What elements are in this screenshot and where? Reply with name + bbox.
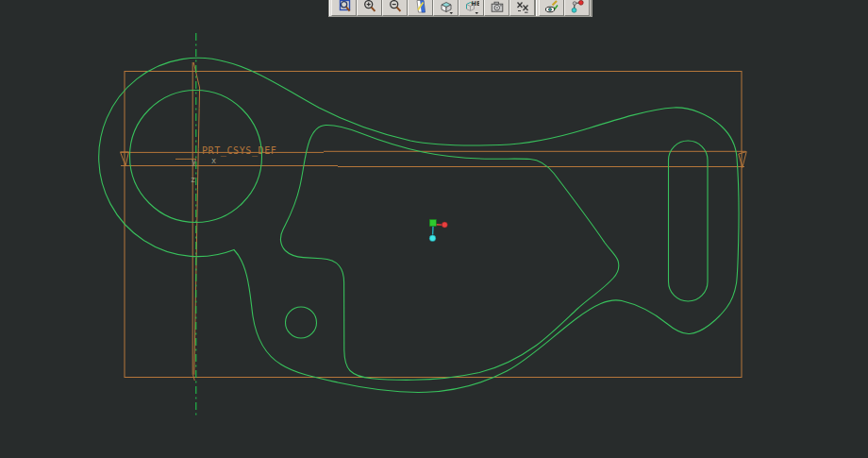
triad-x-endpoint [442, 222, 447, 228]
small-hole-circle [286, 307, 317, 338]
csys-labels: PRT_CSYS_DEF x y z [191, 145, 276, 184]
sketch-canvas[interactable]: PRT_CSYS_DEF x y z [0, 0, 868, 458]
axis-label-x: x [211, 156, 216, 165]
triad-y-endpoint [429, 235, 436, 242]
section-line-bottom [121, 166, 744, 167]
axis-label-z: z [191, 175, 195, 184]
slot-rounded [669, 141, 709, 301]
triad-origin-square [429, 220, 436, 227]
section-arrow-right [739, 152, 746, 168]
cad-viewport-window: HB [0, 0, 868, 458]
inner-pocket-profile [280, 125, 618, 380]
origin-triad [429, 220, 447, 242]
